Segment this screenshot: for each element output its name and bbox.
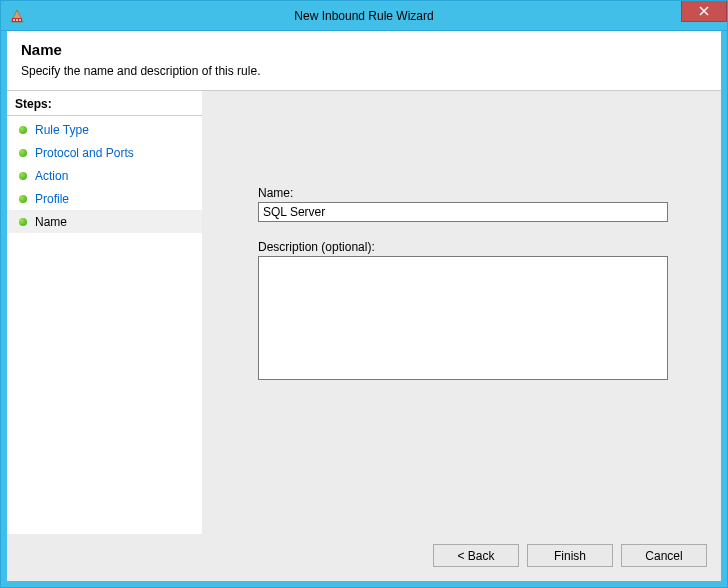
cancel-button[interactable]: Cancel [621,544,707,567]
step-link[interactable]: Profile [35,192,69,206]
name-input[interactable] [258,202,668,222]
step-profile[interactable]: Profile [7,187,202,210]
back-button[interactable]: < Back [433,544,519,567]
bullet-icon [19,149,27,157]
window-title: New Inbound Rule Wizard [1,9,727,23]
step-label: Name [35,215,67,229]
svg-rect-2 [16,19,18,21]
description-input[interactable] [258,256,668,380]
svg-rect-1 [13,19,15,21]
step-name[interactable]: Name [7,210,202,233]
step-link[interactable]: Action [35,169,68,183]
step-link[interactable]: Protocol and Ports [35,146,134,160]
wizard-header: Name Specify the name and description of… [7,31,721,91]
close-icon [699,6,709,16]
window-inner: Name Specify the name and description of… [1,31,727,587]
wizard-footer: < Back Finish Cancel [7,534,721,581]
page-title: Name [21,41,707,58]
name-label: Name: [258,186,693,200]
app-icon [9,8,25,24]
titlebar: New Inbound Rule Wizard [1,1,727,31]
bullet-icon [19,195,27,203]
step-rule-type[interactable]: Rule Type [7,118,202,141]
page-subtitle: Specify the name and description of this… [21,64,707,78]
wizard-body: Steps: Rule Type Protocol and Ports Acti… [7,91,721,534]
close-button[interactable] [681,1,727,22]
step-action[interactable]: Action [7,164,202,187]
step-protocol-and-ports[interactable]: Protocol and Ports [7,141,202,164]
steps-title: Steps: [7,95,202,116]
svg-rect-3 [19,19,21,21]
bullet-icon [19,218,27,226]
finish-button[interactable]: Finish [527,544,613,567]
steps-sidebar: Steps: Rule Type Protocol and Ports Acti… [7,91,202,534]
step-link[interactable]: Rule Type [35,123,89,137]
content-pane: Name: Description (optional): [202,91,721,534]
bullet-icon [19,126,27,134]
wizard-window: New Inbound Rule Wizard Name Specify the… [0,0,728,588]
bullet-icon [19,172,27,180]
description-label: Description (optional): [258,240,693,254]
